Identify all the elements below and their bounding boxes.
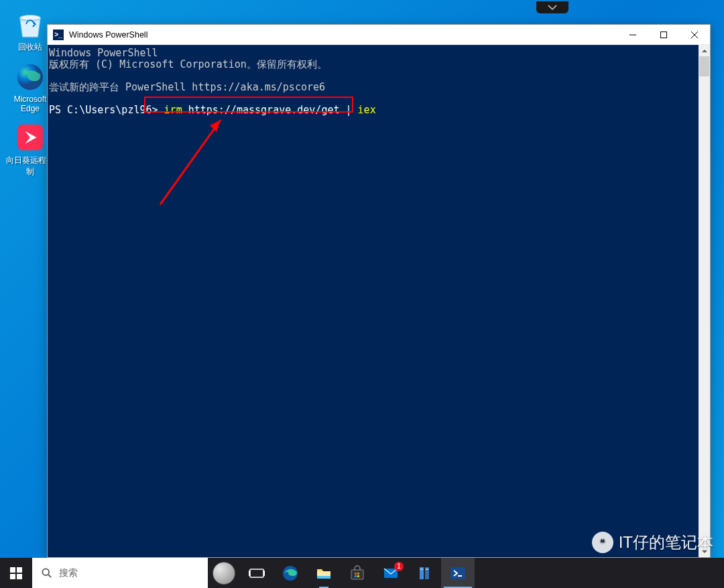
- svg-rect-21: [355, 573, 357, 575]
- scroll-track[interactable]: [699, 56, 710, 546]
- taskbar-edge[interactable]: [274, 558, 307, 588]
- scroll-up-arrow[interactable]: [699, 45, 710, 56]
- svg-rect-4: [661, 32, 667, 38]
- vertical-scrollbar[interactable]: [699, 45, 710, 557]
- svg-rect-15: [250, 569, 263, 577]
- minimize-button[interactable]: [617, 25, 648, 44]
- desktop-icon-label: 回收站: [18, 42, 42, 53]
- taskbar-store[interactable]: [341, 558, 374, 588]
- svg-rect-29: [426, 569, 428, 570]
- task-view-icon: [248, 565, 265, 582]
- server-icon: [416, 565, 433, 582]
- svg-rect-23: [355, 575, 357, 577]
- terminal-line: 尝试新的跨平台 PowerShell https://aka.ms/pscore…: [49, 81, 325, 93]
- svg-rect-12: [17, 574, 22, 579]
- terminal-line: 版权所有 (C) Microsoft Corporation。保留所有权利。: [49, 58, 327, 70]
- powershell-titlebar-icon: >_: [53, 30, 64, 40]
- store-icon: [349, 565, 366, 582]
- taskbar-mail[interactable]: 1: [374, 558, 408, 588]
- wechat-icon: ❝: [592, 532, 613, 553]
- powershell-window: >_ Windows PowerShell Windows PowerShell…: [47, 24, 711, 558]
- svg-rect-16: [249, 571, 250, 576]
- start-button[interactable]: [0, 558, 32, 588]
- taskbar-powershell[interactable]: [441, 558, 475, 588]
- svg-rect-17: [263, 571, 265, 576]
- terminal-output[interactable]: Windows PowerShell 版权所有 (C) Microsoft Co…: [48, 45, 699, 557]
- taskbar: 搜索: [0, 558, 724, 588]
- edge-icon: [14, 61, 46, 93]
- taskbar-search[interactable]: 搜索: [32, 558, 208, 588]
- svg-rect-19: [317, 576, 330, 579]
- svg-rect-22: [357, 573, 359, 575]
- svg-rect-9: [10, 567, 15, 573]
- taskbar-file-explorer[interactable]: [307, 558, 341, 588]
- taskbar-cortana-avatar[interactable]: [208, 558, 240, 588]
- svg-line-14: [48, 574, 51, 577]
- close-button[interactable]: [679, 25, 710, 44]
- maximize-button[interactable]: [648, 25, 679, 44]
- avatar-icon: [213, 562, 235, 585]
- recycle-bin-icon: [14, 8, 46, 40]
- search-placeholder: 搜索: [59, 567, 78, 579]
- svg-rect-28: [420, 569, 423, 570]
- top-toolbar-chevron[interactable]: [536, 1, 568, 13]
- search-icon: [42, 568, 52, 579]
- watermark-text: IT仔的笔记本: [619, 532, 713, 553]
- titlebar[interactable]: >_ Windows PowerShell: [48, 25, 710, 45]
- svg-point-13: [42, 569, 49, 575]
- svg-point-0: [20, 15, 41, 21]
- edge-icon: [282, 565, 299, 582]
- svg-rect-10: [17, 567, 22, 573]
- watermark: ❝ IT仔的笔记本: [592, 532, 713, 553]
- terminal-prompt: PS C:\Users\pzl96> irm https://massgrave…: [49, 104, 376, 116]
- svg-rect-24: [357, 575, 359, 577]
- powershell-icon: [449, 565, 467, 582]
- folder-icon: [315, 565, 333, 582]
- terminal-line: Windows PowerShell: [49, 47, 158, 59]
- mail-badge: 1: [394, 562, 404, 571]
- taskbar-server-manager[interactable]: [408, 558, 441, 588]
- task-view-button[interactable]: [240, 558, 274, 588]
- sunlogin-icon: [14, 121, 46, 154]
- scroll-thumb[interactable]: [699, 56, 709, 76]
- svg-rect-11: [10, 574, 15, 579]
- window-title: Windows PowerShell: [69, 30, 147, 40]
